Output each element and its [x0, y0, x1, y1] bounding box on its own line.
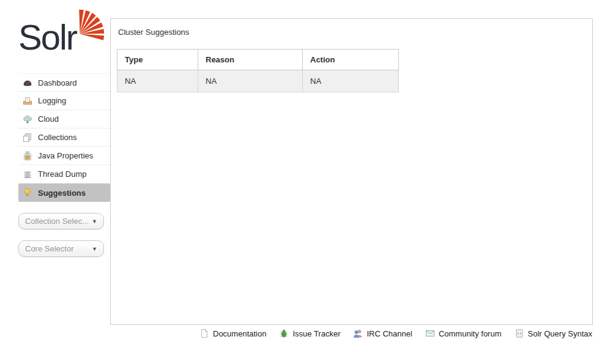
sidebar-item-java-properties[interactable]: Java Properties — [18, 147, 110, 165]
cell-action: NA — [303, 70, 399, 92]
footer-link-label: Documentation — [213, 329, 266, 338]
sidebar-item-cloud[interactable]: Cloud — [18, 110, 110, 128]
collection-selector-label: Collection Selec... — [25, 217, 89, 226]
solr-logo-text: Solr — [18, 17, 76, 57]
solr-logo[interactable]: Solr — [18, 16, 104, 65]
solr-flare-icon — [72, 9, 105, 42]
sidebar-item-thread-dump[interactable]: Thread Dump — [18, 165, 110, 184]
chevron-down-icon: ▼ — [92, 246, 97, 252]
sidebar-item-suggestions[interactable]: Suggestions — [18, 184, 110, 202]
sidebar-item-label: Collections — [38, 133, 77, 142]
footer-link-label: Issue Tracker — [292, 329, 340, 338]
table-row: NA NA NA — [117, 70, 399, 92]
query-syntax-icon — [515, 329, 524, 338]
content-panel: Cluster Suggestions Type Reason Action N… — [110, 18, 593, 325]
cluster-suggestions-table: Type Reason Action NA NA NA — [117, 49, 399, 92]
sidebar-menu: Dashboard Logging Cloud Collections — [18, 73, 110, 202]
cell-reason: NA — [198, 70, 303, 92]
footer-link-label: Community forum — [439, 329, 502, 338]
sidebar-item-collections[interactable]: Collections — [18, 128, 110, 147]
community-forum-link[interactable]: Community forum — [425, 329, 502, 338]
column-header-type: Type — [117, 50, 198, 70]
irc-channel-icon — [353, 329, 363, 338]
footer-links: Documentation Issue Tracker IRC Channel … — [110, 329, 592, 338]
footer-link-label: Solr Query Syntax — [528, 329, 593, 338]
column-header-action: Action — [303, 50, 399, 70]
page-title: Cluster Suggestions — [118, 28, 189, 37]
suggestions-icon — [23, 188, 32, 198]
chevron-down-icon: ▼ — [92, 218, 97, 225]
column-header-reason: Reason — [198, 50, 303, 70]
issue-tracker-icon — [279, 329, 289, 338]
dashboard-icon — [23, 78, 32, 87]
solr-query-syntax-link[interactable]: Solr Query Syntax — [515, 329, 593, 338]
java-properties-icon — [23, 151, 32, 161]
cell-type: NA — [117, 70, 198, 92]
sidebar-item-label: Java Properties — [38, 151, 93, 160]
footer-link-label: IRC Channel — [366, 329, 412, 338]
core-selector-dropdown[interactable]: Core Selector ▼ — [18, 240, 104, 257]
logging-icon — [23, 96, 32, 106]
sidebar-item-label: Logging — [38, 96, 66, 105]
sidebar-item-label: Thread Dump — [38, 169, 86, 179]
sidebar-item-logging[interactable]: Logging — [18, 92, 110, 110]
collection-selector-dropdown[interactable]: Collection Selec... ▼ — [18, 213, 104, 229]
documentation-link[interactable]: Documentation — [199, 329, 266, 338]
cloud-icon — [23, 114, 32, 124]
irc-channel-link[interactable]: IRC Channel — [353, 329, 412, 338]
sidebar-item-label: Suggestions — [38, 188, 86, 198]
sidebar-item-label: Dashboard — [38, 78, 77, 87]
issue-tracker-link[interactable]: Issue Tracker — [279, 329, 340, 338]
core-selector-label: Core Selector — [25, 244, 73, 253]
documentation-icon — [199, 329, 209, 338]
sidebar-item-dashboard[interactable]: Dashboard — [18, 73, 110, 92]
table-header-row: Type Reason Action — [117, 50, 399, 70]
thread-dump-icon — [23, 169, 32, 179]
sidebar-item-label: Cloud — [38, 114, 59, 124]
collections-icon — [23, 133, 32, 143]
community-forum-icon — [425, 329, 435, 338]
